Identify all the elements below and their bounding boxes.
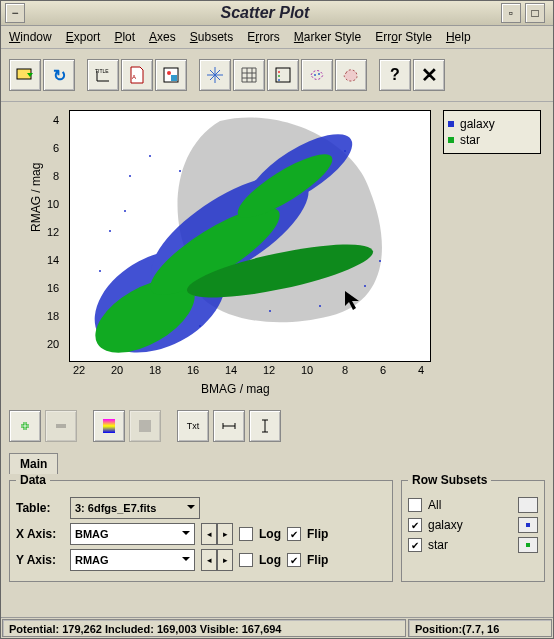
legend-label: star (460, 133, 480, 147)
titlebar: − Scatter Plot ▫ □ (1, 1, 553, 26)
rescale-button[interactable] (199, 59, 231, 91)
aux-shader-button[interactable] (93, 410, 125, 442)
subset-star-checkbox[interactable]: ✔ (408, 538, 422, 552)
aux-remove-button[interactable] (129, 410, 161, 442)
svg-point-25 (179, 170, 181, 172)
svg-point-12 (278, 79, 280, 81)
x-tick: 20 (111, 364, 123, 376)
menu-error-style[interactable]: Error Style (375, 30, 432, 44)
subset-label: star (428, 538, 512, 552)
svg-rect-8 (171, 75, 177, 81)
xaxis-flip-checkbox[interactable]: ✔ (287, 527, 301, 541)
svg-rect-36 (103, 419, 115, 433)
export-image-button[interactable] (155, 59, 187, 91)
subset-from-region-button[interactable] (301, 59, 333, 91)
svg-point-33 (199, 325, 201, 327)
xaxis-select[interactable]: BMAG (70, 523, 195, 545)
menu-errors[interactable]: Errors (247, 30, 280, 44)
remove-dataset-button[interactable] (45, 410, 77, 442)
xaxis-label: X Axis: (16, 527, 64, 541)
svg-point-7 (167, 71, 171, 75)
flip-label: Flip (307, 553, 328, 567)
x-error-button[interactable] (213, 410, 245, 442)
legend-item: star (448, 133, 536, 147)
status-position: Position:(7.7, 16 (408, 619, 552, 637)
menu-marker-style[interactable]: Marker Style (294, 30, 361, 44)
y-tick: 10 (47, 198, 59, 210)
data-panel: Data Table: 3: 6dfgs_E7.fits X Axis: BMA… (9, 473, 393, 582)
svg-point-14 (318, 73, 320, 75)
x-tick: 10 (301, 364, 313, 376)
svg-point-27 (364, 285, 366, 287)
row-subsets-panel: Row Subsets All ✔ galaxy ✔ star (401, 473, 545, 582)
xaxis-log-checkbox[interactable] (239, 527, 253, 541)
y-tick: 12 (47, 226, 59, 238)
y-error-button[interactable] (249, 410, 281, 442)
menu-window[interactable]: Window (9, 30, 52, 44)
menu-help[interactable]: Help (446, 30, 471, 44)
menu-subsets[interactable]: Subsets (190, 30, 233, 44)
tabs: Main (1, 452, 553, 473)
subset-all-swatch[interactable] (518, 497, 538, 513)
blob-select-button[interactable] (335, 59, 367, 91)
y-axis-label: RMAG / mag (29, 163, 43, 232)
subset-all-checkbox[interactable] (408, 498, 422, 512)
y-tick: 4 (53, 114, 59, 126)
axes-config-button[interactable]: TITLE (87, 59, 119, 91)
data-panel-legend: Data (16, 473, 50, 487)
help-button[interactable]: ? (379, 59, 411, 91)
log-label: Log (259, 527, 281, 541)
subset-galaxy-swatch[interactable] (518, 517, 538, 533)
yaxis-flip-checkbox[interactable]: ✔ (287, 553, 301, 567)
grid-button[interactable] (233, 59, 265, 91)
close-button[interactable]: ✕ (413, 59, 445, 91)
minimize-button[interactable]: ▫ (501, 3, 521, 23)
svg-point-26 (379, 260, 381, 262)
x-axis-label: BMAG / mag (201, 382, 270, 396)
legend-button[interactable] (267, 59, 299, 91)
yaxis-stepper[interactable]: ◂▸ (201, 549, 233, 571)
status-counts: Potential: 179,262 Included: 169,003 Vis… (2, 619, 406, 637)
redraw-button[interactable]: ↻ (43, 59, 75, 91)
yaxis-select[interactable]: RMAG (70, 549, 195, 571)
plot-legend: galaxy star (443, 110, 541, 154)
toolbar: ↻ TITLE A ? ✕ (1, 49, 553, 102)
legend-swatch-icon (448, 121, 454, 127)
status-bar: Potential: 179,262 Included: 169,003 Vis… (1, 617, 553, 638)
yaxis-log-checkbox[interactable] (239, 553, 253, 567)
menu-axes[interactable]: Axes (149, 30, 176, 44)
add-dataset-button[interactable] (9, 410, 41, 442)
table-label: Table: (16, 501, 64, 515)
x-tick: 4 (418, 364, 424, 376)
app-window: − Scatter Plot ▫ □ Window Export Plot Ax… (0, 0, 554, 639)
scatter-plot[interactable] (69, 110, 431, 362)
y-tick: 16 (47, 282, 59, 294)
svg-point-29 (149, 155, 151, 157)
x-tick: 14 (225, 364, 237, 376)
legend-item: galaxy (448, 117, 536, 131)
menu-export[interactable]: Export (66, 30, 101, 44)
maximize-button[interactable]: □ (525, 3, 545, 23)
svg-point-10 (278, 71, 280, 73)
x-tick: 16 (187, 364, 199, 376)
y-tick: 8 (53, 170, 59, 182)
svg-rect-37 (139, 420, 151, 432)
sysmenu-button[interactable]: − (5, 3, 25, 23)
table-select[interactable]: 3: 6dfgs_E7.fits (70, 497, 200, 519)
menubar: Window Export Plot Axes Subsets Errors M… (1, 26, 553, 49)
subsets-panel-legend: Row Subsets (408, 473, 491, 487)
legend-label: galaxy (460, 117, 495, 131)
x-tick: 22 (73, 364, 85, 376)
xaxis-stepper[interactable]: ◂▸ (201, 523, 233, 545)
text-label-button[interactable]: Txt (177, 410, 209, 442)
svg-point-23 (124, 210, 126, 212)
subset-star-swatch[interactable] (518, 537, 538, 553)
svg-point-31 (319, 305, 321, 307)
window-title: Scatter Plot (29, 4, 501, 22)
export-pdf-button[interactable]: A (121, 59, 153, 91)
tab-main[interactable]: Main (9, 453, 58, 474)
x-tick: 12 (263, 364, 275, 376)
replot-button[interactable] (9, 59, 41, 91)
menu-plot[interactable]: Plot (114, 30, 135, 44)
subset-galaxy-checkbox[interactable]: ✔ (408, 518, 422, 532)
